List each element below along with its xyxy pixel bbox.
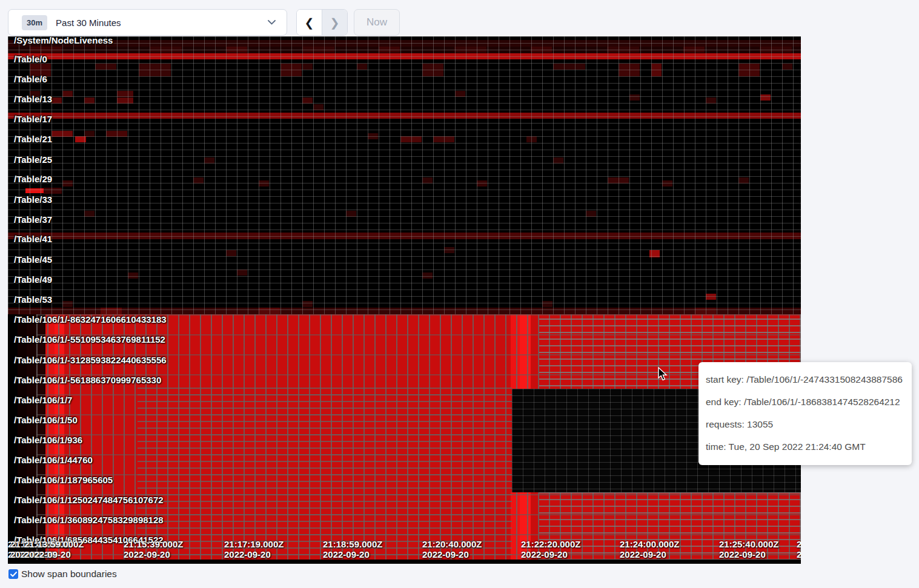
time-pager: ❮ ❯ [296, 9, 348, 36]
heatmap-region [138, 388, 512, 560]
time-range-label: Past 30 Minutes [56, 18, 268, 28]
show-span-boundaries-checkbox[interactable] [8, 569, 18, 579]
time-range-select[interactable]: 30m Past 30 Minutes [8, 9, 287, 36]
chevron-right-icon: ❯ [330, 16, 340, 30]
tooltip-requests: requests: 13055 [706, 413, 904, 435]
time-range-badge: 30m [22, 15, 47, 30]
tooltip-time: time: Tue, 20 Sep 2022 21:24:40 GMT [706, 435, 904, 458]
now-button[interactable]: Now [354, 9, 400, 36]
chevron-left-icon: ❮ [305, 16, 314, 30]
tooltip-start-key: start key: /Table/106/1/-247433150824388… [706, 368, 904, 391]
heatmap-tooltip: start key: /Table/106/1/-247433150824388… [698, 362, 912, 465]
span-boundaries-row: Show span boundaries [8, 569, 117, 580]
chevron-down-icon [268, 20, 276, 25]
heatmap-region [539, 492, 801, 560]
heatmap-region [18, 314, 27, 560]
next-button[interactable]: ❯ [322, 10, 347, 35]
heatmap-region [8, 314, 18, 560]
show-span-boundaries-label: Show span boundaries [21, 569, 117, 580]
heatmap-region [8, 560, 801, 564]
prev-button[interactable]: ❮ [297, 10, 322, 35]
heatmap-region [27, 314, 36, 560]
tooltip-end-key: end key: /Table/106/1/-18683814745282642… [706, 391, 904, 413]
key-visualizer-heatmap[interactable]: /System/NodeLiveness/Table/0/Table/6/Tab… [8, 36, 801, 564]
heatmap-region [8, 36, 801, 315]
